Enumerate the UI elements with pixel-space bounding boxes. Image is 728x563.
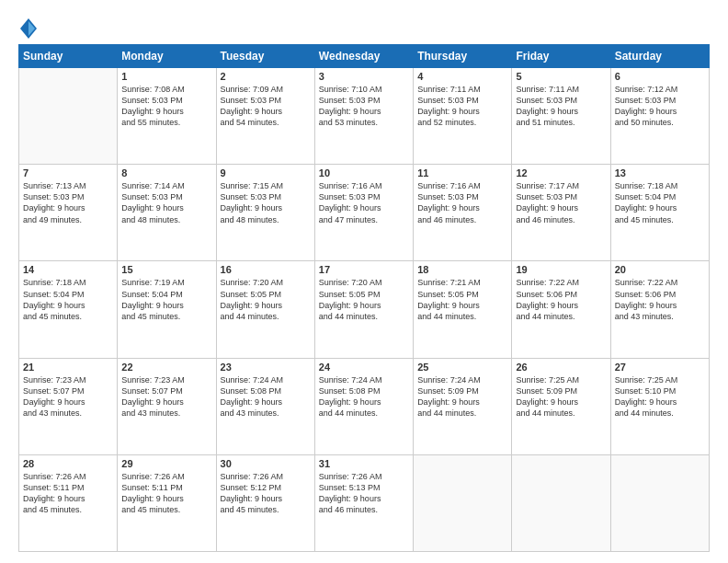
header xyxy=(18,17,710,39)
day-number: 8 xyxy=(121,167,211,178)
day-info: Sunrise: 7:26 AM Sunset: 5:12 PM Dayligh… xyxy=(221,471,311,516)
day-info: Sunrise: 7:14 AM Sunset: 5:03 PM Dayligh… xyxy=(121,180,211,225)
day-info: Sunrise: 7:20 AM Sunset: 5:05 PM Dayligh… xyxy=(319,277,409,322)
calendar-cell: 13Sunrise: 7:18 AM Sunset: 5:04 PM Dayli… xyxy=(610,165,709,261)
day-info: Sunrise: 7:18 AM Sunset: 5:04 PM Dayligh… xyxy=(615,180,705,225)
day-info: Sunrise: 7:10 AM Sunset: 5:03 PM Dayligh… xyxy=(319,84,409,129)
day-info: Sunrise: 7:16 AM Sunset: 5:03 PM Dayligh… xyxy=(417,180,507,225)
day-info: Sunrise: 7:23 AM Sunset: 5:07 PM Dayligh… xyxy=(23,374,113,419)
day-number: 18 xyxy=(417,264,507,275)
weekday-header: Saturday xyxy=(610,45,709,68)
calendar-week-row: 14Sunrise: 7:18 AM Sunset: 5:04 PM Dayli… xyxy=(19,261,710,358)
day-number: 16 xyxy=(221,264,311,275)
day-info: Sunrise: 7:13 AM Sunset: 5:03 PM Dayligh… xyxy=(23,180,113,225)
calendar-cell: 14Sunrise: 7:18 AM Sunset: 5:04 PM Dayli… xyxy=(19,261,118,358)
day-number: 10 xyxy=(319,167,409,178)
day-info: Sunrise: 7:11 AM Sunset: 5:03 PM Dayligh… xyxy=(417,84,507,129)
calendar-cell: 4Sunrise: 7:11 AM Sunset: 5:03 PM Daylig… xyxy=(414,68,512,165)
logo-icon xyxy=(20,18,37,39)
day-number: 29 xyxy=(121,458,211,469)
day-number: 20 xyxy=(615,264,705,275)
calendar-cell: 29Sunrise: 7:26 AM Sunset: 5:11 PM Dayli… xyxy=(118,454,216,551)
day-number: 15 xyxy=(121,264,211,275)
calendar-week-row: 28Sunrise: 7:26 AM Sunset: 5:11 PM Dayli… xyxy=(19,454,710,551)
weekday-row: SundayMondayTuesdayWednesdayThursdayFrid… xyxy=(19,45,710,68)
day-info: Sunrise: 7:11 AM Sunset: 5:03 PM Dayligh… xyxy=(516,84,606,129)
calendar-cell: 30Sunrise: 7:26 AM Sunset: 5:12 PM Dayli… xyxy=(216,454,314,551)
day-info: Sunrise: 7:22 AM Sunset: 5:06 PM Dayligh… xyxy=(615,277,705,322)
calendar-cell: 24Sunrise: 7:24 AM Sunset: 5:08 PM Dayli… xyxy=(314,358,413,454)
calendar-cell: 19Sunrise: 7:22 AM Sunset: 5:06 PM Dayli… xyxy=(512,261,610,358)
day-info: Sunrise: 7:19 AM Sunset: 5:04 PM Dayligh… xyxy=(121,277,211,322)
page: SundayMondayTuesdayWednesdayThursdayFrid… xyxy=(0,0,728,563)
day-number: 28 xyxy=(23,458,113,469)
weekday-header: Thursday xyxy=(414,45,512,68)
calendar-week-row: 21Sunrise: 7:23 AM Sunset: 5:07 PM Dayli… xyxy=(19,358,710,454)
day-info: Sunrise: 7:12 AM Sunset: 5:03 PM Dayligh… xyxy=(615,84,705,129)
day-number: 11 xyxy=(417,167,507,178)
day-number: 22 xyxy=(121,362,211,373)
day-info: Sunrise: 7:15 AM Sunset: 5:03 PM Dayligh… xyxy=(221,180,311,225)
calendar-cell: 17Sunrise: 7:20 AM Sunset: 5:05 PM Dayli… xyxy=(314,261,413,358)
day-number: 5 xyxy=(516,71,606,82)
calendar-body: 1Sunrise: 7:08 AM Sunset: 5:03 PM Daylig… xyxy=(19,68,710,552)
calendar-cell: 6Sunrise: 7:12 AM Sunset: 5:03 PM Daylig… xyxy=(610,68,709,165)
day-info: Sunrise: 7:25 AM Sunset: 5:10 PM Dayligh… xyxy=(615,374,705,419)
day-number: 30 xyxy=(221,458,311,469)
calendar-cell: 5Sunrise: 7:11 AM Sunset: 5:03 PM Daylig… xyxy=(512,68,610,165)
calendar-cell: 20Sunrise: 7:22 AM Sunset: 5:06 PM Dayli… xyxy=(610,261,709,358)
calendar-week-row: 7Sunrise: 7:13 AM Sunset: 5:03 PM Daylig… xyxy=(19,165,710,261)
day-number: 31 xyxy=(319,458,409,469)
weekday-header: Sunday xyxy=(19,45,118,68)
day-info: Sunrise: 7:26 AM Sunset: 5:11 PM Dayligh… xyxy=(23,471,113,516)
calendar-cell: 9Sunrise: 7:15 AM Sunset: 5:03 PM Daylig… xyxy=(216,165,314,261)
calendar-cell xyxy=(610,454,709,551)
day-number: 17 xyxy=(319,264,409,275)
day-number: 27 xyxy=(615,362,705,373)
calendar-header: SundayMondayTuesdayWednesdayThursdayFrid… xyxy=(19,45,710,68)
calendar-cell: 18Sunrise: 7:21 AM Sunset: 5:05 PM Dayli… xyxy=(414,261,512,358)
calendar-cell: 21Sunrise: 7:23 AM Sunset: 5:07 PM Dayli… xyxy=(19,358,118,454)
weekday-header: Wednesday xyxy=(314,45,413,68)
calendar-cell: 28Sunrise: 7:26 AM Sunset: 5:11 PM Dayli… xyxy=(19,454,118,551)
day-number: 7 xyxy=(23,167,113,178)
calendar-cell: 31Sunrise: 7:26 AM Sunset: 5:13 PM Dayli… xyxy=(314,454,413,551)
logo xyxy=(18,20,37,39)
calendar-cell: 1Sunrise: 7:08 AM Sunset: 5:03 PM Daylig… xyxy=(118,68,216,165)
day-info: Sunrise: 7:16 AM Sunset: 5:03 PM Dayligh… xyxy=(319,180,409,225)
day-info: Sunrise: 7:17 AM Sunset: 5:03 PM Dayligh… xyxy=(516,180,606,225)
calendar-cell: 2Sunrise: 7:09 AM Sunset: 5:03 PM Daylig… xyxy=(216,68,314,165)
day-info: Sunrise: 7:18 AM Sunset: 5:04 PM Dayligh… xyxy=(23,277,113,322)
day-info: Sunrise: 7:08 AM Sunset: 5:03 PM Dayligh… xyxy=(121,84,211,129)
weekday-header: Tuesday xyxy=(216,45,314,68)
calendar-cell: 16Sunrise: 7:20 AM Sunset: 5:05 PM Dayli… xyxy=(216,261,314,358)
calendar-week-row: 1Sunrise: 7:08 AM Sunset: 5:03 PM Daylig… xyxy=(19,68,710,165)
day-number: 24 xyxy=(319,362,409,373)
calendar-cell: 27Sunrise: 7:25 AM Sunset: 5:10 PM Dayli… xyxy=(610,358,709,454)
calendar-cell: 15Sunrise: 7:19 AM Sunset: 5:04 PM Dayli… xyxy=(118,261,216,358)
calendar-cell: 11Sunrise: 7:16 AM Sunset: 5:03 PM Dayli… xyxy=(414,165,512,261)
day-number: 2 xyxy=(221,71,311,82)
day-number: 1 xyxy=(121,71,211,82)
day-info: Sunrise: 7:25 AM Sunset: 5:09 PM Dayligh… xyxy=(516,374,606,419)
day-info: Sunrise: 7:23 AM Sunset: 5:07 PM Dayligh… xyxy=(121,374,211,419)
day-number: 12 xyxy=(516,167,606,178)
calendar-cell: 3Sunrise: 7:10 AM Sunset: 5:03 PM Daylig… xyxy=(314,68,413,165)
day-info: Sunrise: 7:26 AM Sunset: 5:11 PM Dayligh… xyxy=(121,471,211,516)
calendar-cell: 23Sunrise: 7:24 AM Sunset: 5:08 PM Dayli… xyxy=(216,358,314,454)
calendar-cell: 10Sunrise: 7:16 AM Sunset: 5:03 PM Dayli… xyxy=(314,165,413,261)
day-number: 9 xyxy=(221,167,311,178)
day-info: Sunrise: 7:21 AM Sunset: 5:05 PM Dayligh… xyxy=(417,277,507,322)
calendar-cell: 26Sunrise: 7:25 AM Sunset: 5:09 PM Dayli… xyxy=(512,358,610,454)
calendar-cell: 25Sunrise: 7:24 AM Sunset: 5:09 PM Dayli… xyxy=(414,358,512,454)
day-number: 14 xyxy=(23,264,113,275)
day-info: Sunrise: 7:09 AM Sunset: 5:03 PM Dayligh… xyxy=(221,84,311,129)
day-number: 3 xyxy=(319,71,409,82)
calendar-cell: 8Sunrise: 7:14 AM Sunset: 5:03 PM Daylig… xyxy=(118,165,216,261)
weekday-header: Monday xyxy=(118,45,216,68)
day-number: 21 xyxy=(23,362,113,373)
calendar-table: SundayMondayTuesdayWednesdayThursdayFrid… xyxy=(18,44,710,552)
day-number: 6 xyxy=(615,71,705,82)
day-number: 13 xyxy=(615,167,705,178)
calendar-cell xyxy=(512,454,610,551)
